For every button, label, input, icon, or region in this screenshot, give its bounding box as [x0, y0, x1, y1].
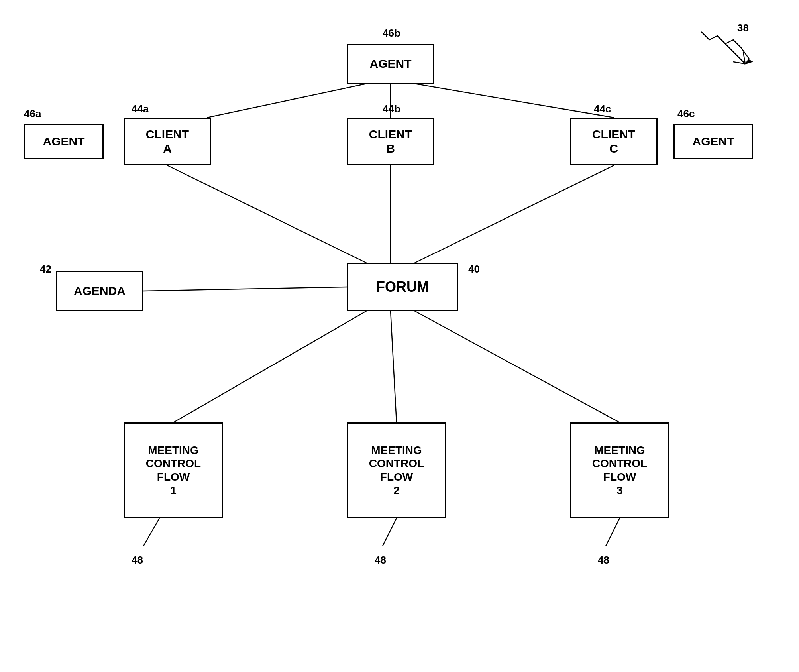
- ref-44c: 44c: [594, 103, 611, 115]
- svg-line-5: [414, 165, 614, 263]
- ref-46c: 46c: [677, 108, 695, 120]
- forum-node: FORUM: [347, 263, 458, 311]
- svg-line-8: [391, 311, 397, 422]
- ref-44a: 44a: [132, 103, 149, 115]
- agent-right-node: AGENT: [673, 124, 753, 159]
- svg-line-7: [173, 311, 367, 422]
- svg-line-14: [733, 62, 745, 64]
- mcf3-label: MEETINGCONTROLFLOW3: [592, 444, 647, 497]
- mcf2-label: MEETINGCONTROLFLOW2: [369, 444, 424, 497]
- agenda-node: AGENDA: [56, 271, 143, 311]
- svg-line-9: [414, 311, 620, 422]
- svg-line-10: [143, 518, 159, 546]
- agent-left-label: AGENT: [43, 134, 85, 149]
- client-b-node: CLIENTB: [347, 118, 434, 165]
- ref-40: 40: [468, 263, 480, 275]
- svg-line-6: [143, 287, 347, 291]
- mcf2-node: MEETINGCONTROLFLOW2: [347, 422, 446, 518]
- ref-46b: 46b: [383, 27, 400, 39]
- ref-38: 38: [737, 22, 749, 34]
- svg-marker-16: [744, 59, 753, 65]
- client-c-node: CLIENTC: [570, 118, 658, 165]
- forum-label: FORUM: [376, 278, 429, 295]
- ref-42: 42: [40, 263, 51, 275]
- svg-line-13: [717, 36, 745, 64]
- agenda-label: AGENDA: [74, 284, 126, 298]
- mcf1-node: MEETINGCONTROLFLOW1: [124, 422, 223, 518]
- ref-48-2: 48: [375, 554, 386, 566]
- agent-right-label: AGENT: [693, 134, 734, 149]
- diagram: AGENT AGENT CLIENTA CLIENTB CLIENTC AGEN…: [0, 0, 799, 672]
- mcf1-label: MEETINGCONTROLFLOW1: [146, 444, 201, 497]
- agent-top-label: AGENT: [370, 57, 412, 71]
- ref-46a: 46a: [24, 108, 41, 120]
- agent-top-node: AGENT: [347, 44, 434, 84]
- ref-44b: 44b: [383, 103, 400, 115]
- ref-48-3: 48: [598, 554, 609, 566]
- ref-48-1: 48: [132, 554, 143, 566]
- client-c-label: CLIENTC: [592, 127, 635, 156]
- svg-line-12: [606, 518, 620, 546]
- svg-line-15: [743, 52, 745, 64]
- mcf3-node: MEETINGCONTROLFLOW3: [570, 422, 669, 518]
- client-a-label: CLIENTA: [146, 127, 189, 156]
- svg-line-1: [207, 84, 367, 118]
- client-a-node: CLIENTA: [124, 118, 211, 165]
- svg-line-11: [383, 518, 397, 546]
- agent-left-node: AGENT: [24, 124, 104, 159]
- svg-line-2: [414, 84, 614, 118]
- svg-line-3: [167, 165, 367, 263]
- connection-lines: [0, 0, 799, 672]
- client-b-label: CLIENTB: [369, 127, 412, 156]
